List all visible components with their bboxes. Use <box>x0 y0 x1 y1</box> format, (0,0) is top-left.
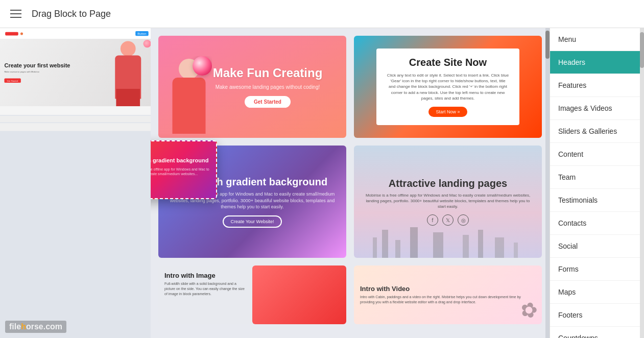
sidebar-item-headers[interactable]: Headers <box>550 51 644 74</box>
blocks-row-3: Intro with Image Full-width slide with a… <box>158 265 542 324</box>
block-intro-image-visual <box>252 265 346 324</box>
center-scrollbar-thumb[interactable] <box>545 31 550 59</box>
sidebar-item-testimonials[interactable]: Testimonials <box>550 189 644 212</box>
sidebar-item-contacts[interactable]: Contacts <box>550 212 644 235</box>
drag-card-heading: Intro with gradient background <box>151 157 208 163</box>
preview-nav-btn: Button <box>135 31 149 36</box>
right-sidebar: Menu Headers Features Images & Videos Sl… <box>550 28 644 338</box>
block-landing-sub: Mobirise is a free offline app for Windo… <box>364 192 532 210</box>
block-gradient-btn[interactable]: Create Your Website! <box>223 215 282 228</box>
blocks-row-2: Intro with gradient background Mobirise … <box>158 146 542 258</box>
preview-cta-btn[interactable]: Get Started <box>5 79 21 83</box>
sidebar-item-menu[interactable]: Menu <box>550 28 644 51</box>
block-create-site-heading: Create Site Now <box>387 57 509 68</box>
block-make-fun[interactable]: Make Fun Creating Make awesome landing p… <box>158 36 346 138</box>
sidebar-item-forms[interactable]: Forms <box>550 258 644 281</box>
block-create-site-inner: Create Site Now Click any text to edit o… <box>376 49 519 125</box>
block-create-site[interactable]: Create Site Now Click any text to edit o… <box>354 36 542 138</box>
block-make-fun-sub: Make awesome landing pages without codin… <box>213 84 323 90</box>
block-intro-gradient[interactable]: Intro with gradient background Mobirise … <box>158 146 346 258</box>
block-create-site-sub: Click any text to edit or style it. Sele… <box>387 73 509 101</box>
block-landing-social-icons: f 𝕏 ◎ <box>427 214 469 226</box>
sidebar-item-content[interactable]: Content <box>550 143 644 166</box>
filehorse-highlight: h <box>21 322 26 331</box>
filehorse-watermark: filehorse.com <box>5 321 66 333</box>
sidebar-item-countdowns[interactable]: Countdowns <box>550 327 644 338</box>
sidebar-item-social[interactable]: Social <box>550 235 644 258</box>
right-scrollbar-track[interactable] <box>640 28 644 338</box>
block-intro-image-sub: Full-width slide with a solid background… <box>164 281 246 296</box>
block-attractive-landing[interactable]: Attractive landing pages Mobirise is a f… <box>354 146 542 258</box>
left-preview-panel: Button Create your first website Make aw <box>0 28 151 338</box>
sidebar-item-maps[interactable]: Maps <box>550 281 644 304</box>
block-make-fun-heading: Make Fun Creating <box>213 66 323 80</box>
center-scrollbar-track[interactable] <box>545 28 550 338</box>
facebook-icon[interactable]: f <box>427 214 438 226</box>
blocks-row-1: Make Fun Creating Make awesome landing p… <box>158 36 542 138</box>
top-bar: Drag Block to Page <box>0 0 644 28</box>
center-panel[interactable]: Make Fun Creating Make awesome landing p… <box>151 28 550 338</box>
block-intro-video[interactable]: Intro with Video Intro with Cabin, paddi… <box>354 265 542 324</box>
drag-overlay-card[interactable]: ✥ Intro with gradient background Mobiris… <box>151 140 217 199</box>
block-make-fun-btn[interactable]: Get Started <box>245 96 291 108</box>
sidebar-item-images-videos[interactable]: Images & Videos <box>550 97 644 120</box>
preview-dot <box>20 32 23 35</box>
block-landing-heading: Attractive landing pages <box>389 178 507 189</box>
menu-button[interactable] <box>10 10 21 18</box>
block-create-site-btn[interactable]: Start Now » <box>428 107 467 117</box>
instagram-icon[interactable]: ◎ <box>458 214 469 226</box>
preview-topbar: Button <box>0 28 151 39</box>
page-title: Drag Block to Page <box>32 9 111 19</box>
sidebar-item-footers[interactable]: Footers <box>550 304 644 327</box>
right-scrollbar-thumb[interactable] <box>640 32 644 68</box>
block-intro-video-heading: Intro with Video <box>360 285 536 293</box>
twitter-icon[interactable]: 𝕏 <box>442 214 454 226</box>
sidebar-item-features[interactable]: Features <box>550 74 644 97</box>
block-intro-image-heading: Intro with Image <box>164 272 246 279</box>
sidebar-item-sliders-galleries[interactable]: Sliders & Galleries <box>550 120 644 143</box>
sidebar-item-team[interactable]: Team <box>550 166 644 189</box>
preview-hero-block: Create your first website Make awesome p… <box>0 39 151 106</box>
site-preview: Button Create your first website Make aw <box>0 28 151 338</box>
preview-logo <box>5 32 18 35</box>
block-intro-video-sub: Intro with Cabin, paddings and a video o… <box>360 295 536 305</box>
block-intro-image[interactable]: Intro with Image Full-width slide with a… <box>158 265 346 324</box>
drag-card-sub: Mobirise is a free offline app for Windo… <box>151 167 211 176</box>
